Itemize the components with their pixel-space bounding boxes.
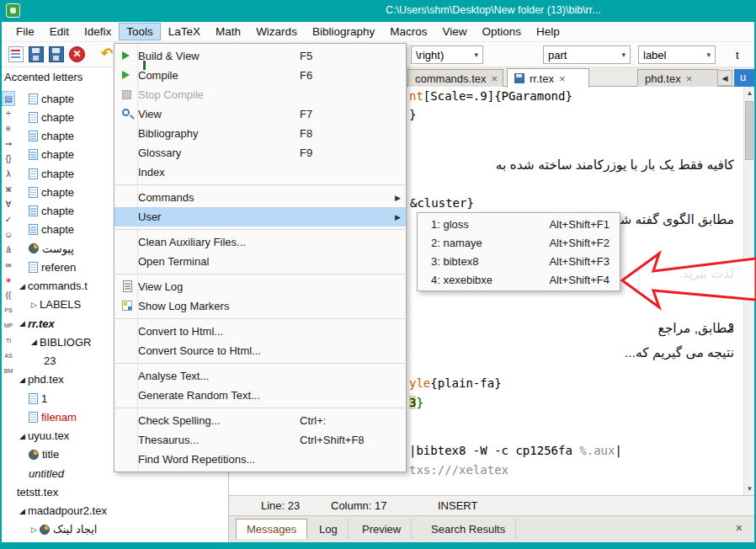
- braces-icon[interactable]: {}: [2, 152, 15, 167]
- menu-item-check-spelling[interactable]: Check Spelling...Ctrl+:: [114, 411, 406, 430]
- tab-preview[interactable]: Preview: [352, 519, 412, 539]
- menu-edit[interactable]: Edit: [42, 23, 77, 40]
- menu-item-show-log-markers[interactable]: Show Log Markers: [114, 296, 406, 316]
- menu-bibliography[interactable]: Bibliography: [305, 23, 382, 40]
- menu-options[interactable]: Options: [474, 23, 529, 40]
- tree-label: madadpour2.tex: [28, 504, 107, 517]
- menu-item-open-terminal[interactable]: Open Terminal: [114, 252, 406, 271]
- document-icon: [29, 131, 38, 141]
- submenu-item-xexebibxe[interactable]: 4: xexebibxeAlt+Shift+F4: [418, 270, 620, 289]
- close-icon[interactable]: ×: [492, 72, 498, 85]
- lines-icon[interactable]: ≡: [2, 121, 15, 136]
- tree-label: title: [42, 448, 59, 461]
- menu-view[interactable]: View: [434, 23, 474, 40]
- menu-item-index[interactable]: Index: [114, 163, 406, 182]
- menu-separator: [115, 229, 405, 230]
- tab-phd-tex[interactable]: phd.tex ×: [637, 69, 718, 87]
- asterisk-icon[interactable]: ∗: [2, 273, 15, 288]
- bm-symbols-icon[interactable]: BM: [2, 364, 15, 379]
- expand-open-icon[interactable]: ◢: [17, 507, 28, 515]
- close-panel-icon[interactable]: ×: [736, 521, 743, 535]
- tab-scroll-left-icon[interactable]: ◀: [717, 70, 732, 86]
- menu-item-view[interactable]: ViewF7: [114, 104, 406, 124]
- menu-wizards[interactable]: Wizards: [248, 23, 305, 40]
- menu-item-analyse-text[interactable]: Analyse Text...: [114, 366, 406, 386]
- smiley-icon[interactable]: ☺: [2, 227, 15, 243]
- tree-row[interactable]: ◢madadpour2.tex: [15, 502, 228, 520]
- structure-panel-icon[interactable]: ▤: [2, 91, 15, 106]
- math-divide-icon[interactable]: ÷: [2, 106, 15, 121]
- accented-letters-icon[interactable]: á: [2, 243, 15, 258]
- as-symbols-icon[interactable]: AS: [2, 349, 15, 364]
- expand-closed-icon[interactable]: ▷: [29, 301, 40, 309]
- close-icon[interactable]: ×: [686, 72, 693, 85]
- expand-closed-icon[interactable]: ▷: [29, 525, 40, 534]
- math-delimiter-combo[interactable]: \right) ▾: [411, 45, 483, 64]
- menu-item-bibliography[interactable]: BibliographyF8: [114, 124, 406, 143]
- menu-item-glossary[interactable]: GlossaryF9: [114, 143, 406, 163]
- tab-search-results[interactable]: Search Results: [421, 519, 516, 539]
- menu-item-user[interactable]: User▶: [114, 207, 406, 227]
- menu-item-find-word-repetitions[interactable]: Find Word Repetitions...: [114, 450, 406, 469]
- tree-row[interactable]: ▷ایجاد لینک: [15, 520, 228, 539]
- menu-help[interactable]: Help: [529, 23, 567, 40]
- close-file-icon[interactable]: ✕: [69, 46, 85, 62]
- menu-macros[interactable]: Macros: [382, 23, 434, 40]
- code-text: {PGaramond}: [494, 89, 572, 103]
- tab-log[interactable]: Log: [309, 519, 349, 539]
- scrollbar-thumb[interactable]: [745, 101, 753, 160]
- scroll-up-icon[interactable]: ▲: [744, 87, 754, 99]
- menu-idefix[interactable]: Idefix: [77, 23, 119, 40]
- mp-symbols-icon[interactable]: MP: [2, 318, 15, 333]
- save-icon[interactable]: [29, 46, 44, 62]
- scroll-down-icon[interactable]: ▼: [744, 482, 754, 495]
- close-icon[interactable]: ×: [559, 72, 566, 85]
- expand-open-icon[interactable]: ◢: [17, 432, 28, 440]
- expand-open-icon[interactable]: ◢: [17, 282, 28, 290]
- references-combo[interactable]: label ▾: [638, 45, 716, 64]
- tree-row[interactable]: tetstt.tex: [15, 482, 228, 501]
- combo-value: part: [548, 49, 567, 61]
- tools-menu: Build & ViewF5 CompileF6 Stop Compile Vi…: [114, 43, 407, 472]
- new-file-icon[interactable]: [8, 46, 24, 62]
- menu-item-generate-random-text[interactable]: Generate Random Text...: [114, 386, 406, 405]
- menu-item-view-log[interactable]: View Log: [114, 277, 406, 296]
- ps-symbols-icon[interactable]: PS: [2, 303, 15, 318]
- tree-label: chapte: [41, 93, 74, 105]
- ti-symbols-icon[interactable]: TI: [2, 333, 15, 349]
- check-icon[interactable]: ✓: [2, 212, 15, 227]
- tab-partial[interactable]: u: [734, 69, 754, 87]
- greek-icon[interactable]: λ: [2, 167, 15, 182]
- menu-separator: [115, 184, 405, 185]
- sectioning-combo[interactable]: part ▾: [543, 45, 631, 64]
- expand-open-icon[interactable]: ◢: [29, 338, 40, 346]
- expand-open-icon[interactable]: ◢: [17, 376, 28, 384]
- compile-icon: [117, 66, 138, 85]
- parens-icon[interactable]: ((: [2, 288, 15, 303]
- menu-item-clean-auxiliary[interactable]: Clean Auxiliary Files...: [114, 232, 406, 252]
- menu-math[interactable]: Math: [208, 23, 248, 40]
- menu-item-convert-to-html[interactable]: Convert to Html...: [114, 322, 406, 341]
- menu-latex[interactable]: LaTeX: [161, 23, 208, 40]
- tab-commands-tex[interactable]: commands.tex ×: [407, 69, 503, 87]
- menu-file[interactable]: File: [8, 23, 42, 40]
- cyrillic-icon[interactable]: ж: [2, 182, 15, 197]
- save-all-icon[interactable]: [49, 46, 64, 62]
- menu-tools[interactable]: Tools: [119, 23, 161, 40]
- tab-messages[interactable]: Messages: [236, 519, 307, 539]
- menu-item-compile[interactable]: CompileF6: [114, 66, 406, 85]
- arrows-icon[interactable]: ⇒: [2, 136, 15, 152]
- infinity-icon[interactable]: ∞: [2, 258, 15, 273]
- tab-rr-tex[interactable]: rr.tex ×: [507, 68, 589, 88]
- submenu-item-namaye[interactable]: 2: namayeAlt+Shift+F2: [418, 233, 620, 252]
- logic-icon[interactable]: ∀: [2, 197, 15, 212]
- submenu-item-bibtex8[interactable]: 3: bibtex8Alt+Shift+F3: [418, 252, 620, 270]
- expand-open-icon[interactable]: ◢: [17, 319, 28, 328]
- submenu-item-gloss[interactable]: 1: glossAlt+Shift+F1: [418, 215, 620, 233]
- menu-item-commands[interactable]: Commands▶: [114, 188, 406, 207]
- combo-value: label: [643, 49, 666, 61]
- save-icon: [514, 73, 524, 83]
- menu-item-convert-source-to-html[interactable]: Convert Source to Html...: [114, 341, 406, 360]
- menu-item-build-view[interactable]: Build & ViewF5: [114, 46, 406, 66]
- menu-item-thesaurus[interactable]: Thesaurus...Ctrl+Shift+F8: [114, 430, 406, 450]
